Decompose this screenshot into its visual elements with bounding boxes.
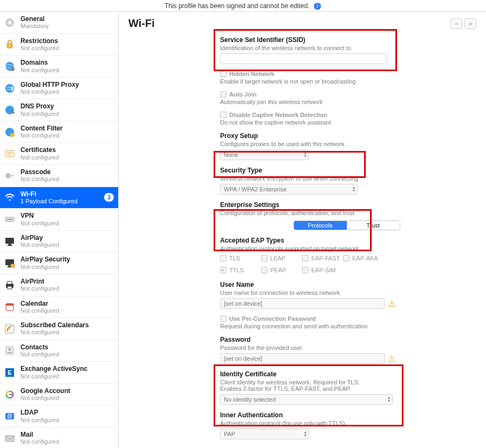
airplay-lock-icon xyxy=(3,257,16,270)
add-payload-button[interactable]: + xyxy=(464,18,476,29)
eap-leap-label: LEAP xyxy=(270,255,285,261)
autojoin-checkbox[interactable] xyxy=(220,91,227,98)
sidebar-item-airplay[interactable]: AirPlayNot configured xyxy=(0,231,118,253)
eap-peap-checkbox[interactable] xyxy=(261,267,268,273)
username-input[interactable] xyxy=(220,298,385,309)
username-title: User Name xyxy=(220,281,473,288)
eap-eapaka-label: EAP-AKA xyxy=(352,255,378,261)
svg-point-16 xyxy=(9,199,11,201)
inner-auth-select[interactable]: PAP▴▾ xyxy=(220,429,309,439)
perconn-desc: Request during connection and send with … xyxy=(220,323,473,329)
sidebar-item-google-account[interactable]: Google AccountNot configured xyxy=(0,384,118,406)
svg-rect-26 xyxy=(6,304,13,306)
sidebar-item-sub: Not configured xyxy=(20,373,114,380)
password-input[interactable] xyxy=(220,353,385,364)
sidebar-item-sub: Not configured xyxy=(20,111,114,118)
svg-rect-12 xyxy=(10,133,14,136)
sidebar-item-title: Mail xyxy=(20,431,114,438)
captive-checkbox[interactable] xyxy=(220,112,227,118)
sidebar-item-wi-fi[interactable]: Wi-Fi1 Payload Configured3 xyxy=(0,187,118,209)
tab-protocols[interactable]: Protocols xyxy=(294,221,347,230)
ssid-input[interactable] xyxy=(220,53,387,64)
sidebar-item-restrictions[interactable]: RestrictionsNot configured xyxy=(0,34,118,56)
password-desc: Password for the provided user xyxy=(220,344,473,351)
sidebar-item-title: Exchange ActiveSync xyxy=(20,365,114,373)
google-icon xyxy=(3,388,16,401)
proxy-select[interactable]: None▴▾ xyxy=(220,149,309,160)
chevron-updown-icon: ▴▾ xyxy=(304,151,306,158)
autojoin-group: Auto Join Automatically join this wirele… xyxy=(220,91,473,105)
eap-leap-checkbox[interactable] xyxy=(261,255,268,261)
sidebar-item-title: Contacts xyxy=(20,343,114,351)
eap-eapfast-checkbox[interactable] xyxy=(302,255,309,261)
sidebar-item-contacts[interactable]: ContactsNot configured xyxy=(0,340,118,362)
sidebar-item-sub: Not configured xyxy=(20,329,114,336)
sidebar-item-airplay-security[interactable]: AirPlay SecurityNot configured xyxy=(0,252,118,274)
sidebar-item-title: LDAP xyxy=(20,409,114,416)
ssid-title: Service Set Identifier (SSID) xyxy=(220,36,473,44)
svg-rect-34 xyxy=(9,394,13,395)
sidebar-item-sub: Not configured xyxy=(20,242,114,249)
sidebar-item-certificates[interactable]: CertificatesNot configured xyxy=(0,143,118,165)
security-select[interactable]: WPA / WPA2 Enterprise▴▾ xyxy=(220,184,358,195)
sidebar-item-subscribed-calendars[interactable]: Subscribed CalendarsNot configured xyxy=(0,318,118,340)
ssid-desc: Identification of the wireless network t… xyxy=(220,45,473,51)
autojoin-desc: Automatically join this wireless network xyxy=(220,99,473,105)
password-group: Password Password for the provided user … xyxy=(220,336,473,364)
eap-ttls-label: TTLS xyxy=(229,267,244,273)
sidebar-item-sub: 1 Payload Configured xyxy=(20,198,100,205)
sidebar-item-general[interactable]: GeneralMandatory xyxy=(0,12,118,34)
sidebar-item-sub: Not configured xyxy=(20,307,114,314)
security-title: Security Type xyxy=(220,167,473,174)
sidebar-item-mail[interactable]: MailNot configured xyxy=(0,428,118,448)
identity-cert-desc: Client identity for wireless network. Re… xyxy=(220,379,382,392)
hidden-network-desc: Enable if target network is not open or … xyxy=(220,78,473,85)
wifi-icon xyxy=(3,191,16,204)
password-title: Password xyxy=(220,336,473,343)
remove-payload-button[interactable]: − xyxy=(450,18,462,29)
lock-icon xyxy=(3,38,16,51)
payload-count-badge: 3 xyxy=(104,193,114,202)
sidebar-item-dns-proxy[interactable]: DNS ProxyNot configured xyxy=(0,99,118,121)
sidebar-item-vpn[interactable]: VPNNot configured xyxy=(0,209,118,231)
inner-auth-group: Inner Authentication Authentication prot… xyxy=(220,411,473,439)
chevron-updown-icon: ▴▾ xyxy=(353,186,355,192)
sidebar-item-domains[interactable]: DomainsNot configured xyxy=(0,56,118,78)
perconn-checkbox[interactable] xyxy=(220,315,227,322)
eap-tls-checkbox[interactable] xyxy=(220,255,227,261)
sidebar-item-calendar[interactable]: CalendarNot configured xyxy=(0,297,118,319)
username-desc: User name for connection to wireless net… xyxy=(220,290,473,296)
sidebar-item-sub: Not configured xyxy=(20,417,114,424)
chevron-updown-icon: ▴▾ xyxy=(304,431,306,437)
eap-eapsim-checkbox[interactable] xyxy=(302,267,309,273)
sidebar-item-ldap[interactable]: @LDAPNot configured xyxy=(0,405,118,428)
svg-rect-15 xyxy=(10,175,14,176)
perconn-label: Use Per-Connection Password xyxy=(229,315,316,322)
hidden-network-group: Hidden Network Enable if target network … xyxy=(220,71,473,85)
eap-group: Accepted EAP Types Authentication protoc… xyxy=(220,237,473,274)
identity-cert-select[interactable]: No identity selected▴▾ xyxy=(220,394,393,405)
hidden-network-checkbox[interactable] xyxy=(220,71,227,77)
globe-gear-icon xyxy=(3,60,16,73)
eap-eapsim-label: EAP-SIM xyxy=(311,267,336,273)
enterprise-desc: Configuration of protocols, authenticati… xyxy=(220,210,473,216)
airplay-icon xyxy=(3,235,16,248)
sidebar-item-sub: Not configured xyxy=(20,395,114,402)
sidebar-item-sub: Not configured xyxy=(20,220,114,227)
sidebar-item-passcode[interactable]: PasscodeNot configured xyxy=(0,165,118,187)
sidebar-item-sub: Not configured xyxy=(20,154,114,161)
sidebar-item-exchange-activesync[interactable]: EExchange ActiveSyncNot configured xyxy=(0,362,118,384)
info-icon[interactable]: i xyxy=(313,2,321,10)
tab-trust[interactable]: Trust xyxy=(347,221,400,230)
eap-ttls-checkbox[interactable] xyxy=(220,267,227,273)
sidebar-item-title: Wi-Fi xyxy=(20,190,100,198)
identity-cert-title: Identity Certificate xyxy=(220,370,473,378)
eap-eapaka-checkbox[interactable] xyxy=(343,255,350,261)
sidebar-item-content-filter[interactable]: Content FilterNot configured xyxy=(0,121,118,143)
sidebar-item-sub: Not configured xyxy=(20,88,114,95)
sidebar-item-airprint[interactable]: AirPrintNot configured xyxy=(0,274,118,297)
page-title: Wi-Fi xyxy=(128,17,155,30)
sidebar-item-global-http-proxy[interactable]: Global HTTP ProxyNot configured xyxy=(0,78,118,100)
payload-sidebar: GeneralMandatoryRestrictionsNot configur… xyxy=(0,12,119,448)
warning-icon: ⚠︎ xyxy=(388,354,395,364)
